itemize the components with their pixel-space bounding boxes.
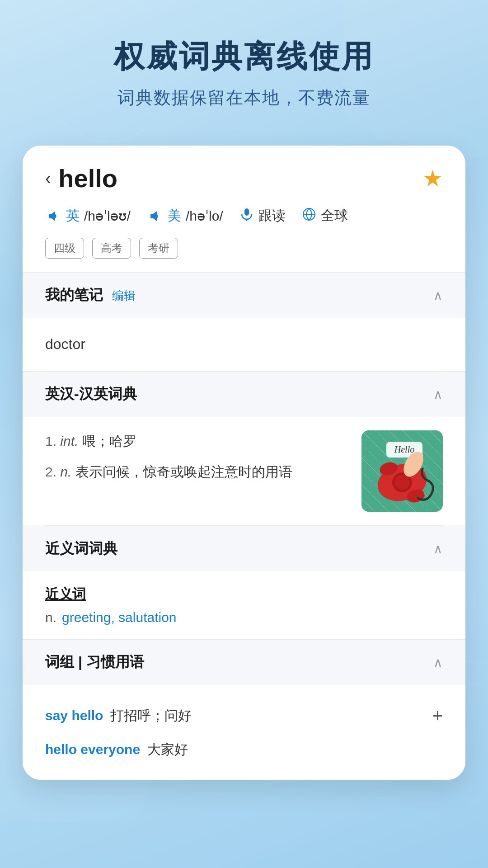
dictionary-image: Hello [361, 430, 443, 512]
phrase-left-1: say hello 打招呼；问好 [45, 707, 432, 725]
tag-gaokao: 高考 [92, 238, 131, 259]
synonym-words: greeting, salutation [62, 610, 177, 625]
phrase-en-1[interactable]: say hello [45, 708, 103, 723]
header-section: 权威词典离线使用 词典数据保留在本地，不费流量 [0, 0, 488, 137]
phrase-cn-1: 打招呼；问好 [110, 707, 192, 725]
synonyms-content: 近义词 n. greeting, salutation [23, 571, 465, 639]
phrase-item-1: say hello 打招呼；问好 + [45, 698, 443, 733]
notes-title: 我的笔记 [45, 287, 103, 303]
phrases-content: say hello 打招呼；问好 + hello everyone 大家好 [23, 685, 465, 780]
phrases-title: 词组 | 习惯用语 [45, 652, 144, 672]
dictionary-content: 1. int. 喂；哈罗 2. n. 表示问候，惊奇或唤起注意时的用语 [23, 417, 465, 525]
sub-title: 词典数据保留在本地，不费流量 [18, 86, 470, 109]
phrase-left-2: hello everyone 大家好 [45, 741, 443, 759]
dict-def-1: 喂；哈罗 [82, 434, 136, 448]
synonym-pos: n. [45, 610, 56, 625]
dict-item-2: 2. n. 表示问候，惊奇或唤起注意时的用语 [45, 461, 348, 483]
back-button[interactable]: ‹ [45, 168, 51, 189]
dictionary-title: 英汉-汉英词典 [45, 384, 137, 404]
word-header: ‹ hello ★ 英 /həˈləʊ/ [23, 146, 465, 272]
follow-read-button[interactable]: 跟读 [239, 207, 286, 225]
favorite-star-icon[interactable]: ★ [422, 165, 443, 192]
dict-def-2: 表示问候，惊奇或唤起注意时的用语 [75, 464, 292, 479]
global-button[interactable]: 全球 [302, 207, 348, 225]
phrases-section-header[interactable]: 词组 | 习惯用语 ∧ [23, 639, 465, 685]
british-phonetic: /həˈləʊ/ [84, 208, 131, 224]
word-left: ‹ hello [45, 164, 117, 193]
synonyms-title: 近义词词典 [45, 539, 117, 559]
dictionary-chevron-icon: ∧ [433, 387, 443, 402]
british-label: 英 [66, 207, 80, 225]
notes-content: doctor [23, 318, 465, 371]
phrase-item-2: hello everyone 大家好 [45, 733, 443, 766]
phrase-add-button-1[interactable]: + [432, 706, 443, 726]
phrase-en-2[interactable]: hello everyone [45, 742, 140, 757]
synonym-label: 近义词 [45, 585, 443, 604]
notes-chevron-icon: ∧ [433, 288, 443, 303]
tag-postgrad: 考研 [139, 238, 178, 259]
dict-pos-1: int. [60, 434, 82, 448]
note-text: doctor [45, 331, 443, 357]
american-pronunciation[interactable]: 美 /həˈlo/ [147, 207, 223, 225]
follow-read-label: 跟读 [258, 207, 286, 225]
svg-rect-2 [244, 208, 249, 216]
american-phonetic: /həˈlo/ [186, 208, 223, 224]
dictionary-section-header[interactable]: 英汉-汉英词典 ∧ [23, 371, 465, 417]
tag-cet4: 四级 [45, 238, 84, 259]
american-label: 美 [168, 207, 181, 225]
phrase-cn-2: 大家好 [147, 741, 188, 759]
phrases-chevron-icon: ∧ [433, 655, 443, 670]
dict-num-1: 1. [45, 434, 60, 448]
global-icon [302, 207, 316, 225]
synonyms-section-header[interactable]: 近义词词典 ∧ [23, 526, 465, 571]
word-display: hello [58, 164, 117, 193]
global-label: 全球 [321, 207, 348, 225]
notes-edit-label[interactable]: 编辑 [112, 289, 136, 302]
volume-icon-2 [147, 208, 163, 224]
main-title: 权威词典离线使用 [18, 36, 470, 77]
synonyms-chevron-icon: ∧ [433, 542, 443, 557]
synonym-row: n. greeting, salutation [45, 610, 443, 625]
dictionary-card: ‹ hello ★ 英 /həˈləʊ/ [23, 146, 465, 780]
tags-row: 四级 高考 考研 [45, 238, 443, 259]
british-pronunciation[interactable]: 英 /həˈləʊ/ [45, 207, 131, 225]
dict-item-1: 1. int. 喂；哈罗 [45, 430, 348, 452]
word-row: ‹ hello ★ [45, 164, 443, 193]
notes-section-header[interactable]: 我的笔记 编辑 ∧ [23, 272, 465, 318]
microphone-icon [239, 207, 254, 225]
pronunciation-row: 英 /həˈləʊ/ 美 /həˈlo/ [45, 207, 443, 225]
dict-pos-2: n. [60, 464, 75, 479]
volume-icon [45, 208, 61, 224]
dict-definitions: 1. int. 喂；哈罗 2. n. 表示问候，惊奇或唤起注意时的用语 [45, 430, 348, 512]
svg-text:Hello: Hello [394, 444, 414, 454]
notes-header-left: 我的笔记 编辑 [45, 285, 136, 305]
dict-num-2: 2. [45, 464, 60, 479]
svg-point-24 [395, 475, 409, 490]
